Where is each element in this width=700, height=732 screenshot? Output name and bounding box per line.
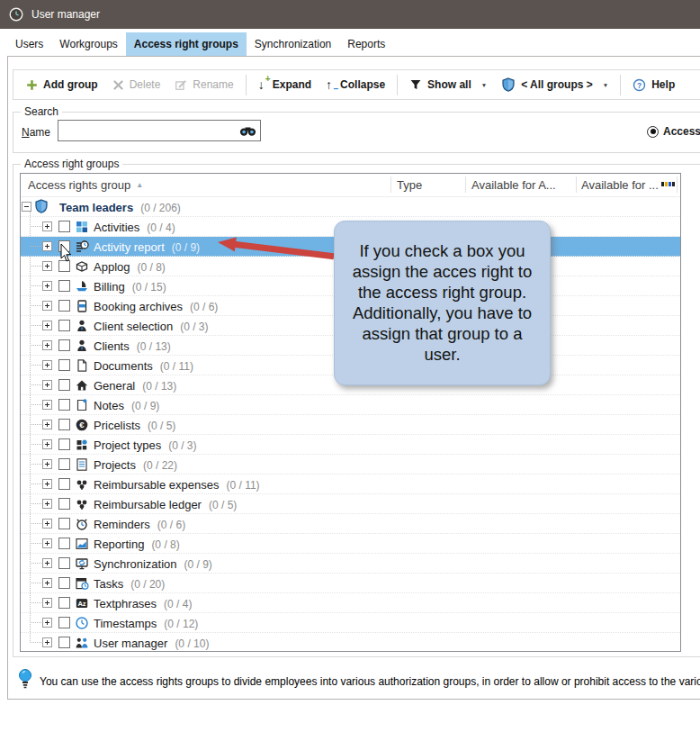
row-checkbox[interactable] <box>58 359 70 371</box>
expand-toggle-icon[interactable] <box>42 241 52 251</box>
tab-reports[interactable]: Reports <box>339 32 393 56</box>
row-checkbox[interactable] <box>58 221 70 232</box>
row-checkbox[interactable] <box>58 577 70 589</box>
help-button[interactable]: Help <box>625 75 682 95</box>
tab-synchronization[interactable]: Synchronization <box>247 32 339 56</box>
column-header-access-rights-group[interactable]: Access rights group▲ <box>28 174 143 196</box>
tree-row-notes[interactable]: Notes(0 / 9) <box>21 395 680 415</box>
collapse-button[interactable]: ↑– Collapse <box>319 75 392 95</box>
row-checkbox[interactable] <box>58 538 70 549</box>
tree-guide-stub <box>30 563 41 564</box>
column-separator[interactable] <box>390 176 391 193</box>
expand-toggle-icon[interactable] <box>42 598 52 608</box>
tree-row-count: (0 / 20) <box>130 578 165 591</box>
tree-row-label: Billing <box>94 280 125 294</box>
row-checkbox[interactable] <box>58 339 70 351</box>
group-filter-dropdown[interactable]: < All groups > ▼ <box>494 74 615 95</box>
tree-row-timestamps[interactable]: Timestamps(0 / 12) <box>21 613 680 633</box>
expand-button[interactable]: ↓+ Expand <box>251 75 319 95</box>
expand-toggle-icon[interactable] <box>42 479 52 489</box>
tree-row-label: Projects <box>94 458 136 472</box>
tree-row-user-manager[interactable]: User manager(0 / 10) <box>21 633 680 652</box>
tree-row-synchronization[interactable]: Synchronization(0 / 9) <box>21 554 680 574</box>
expand-toggle-icon[interactable] <box>42 519 52 529</box>
expand-toggle-icon[interactable] <box>42 261 52 271</box>
tab-access-right-groups[interactable]: Access right groups <box>126 32 247 56</box>
tree-row-reimbursable-expenses[interactable]: Reimbursable expenses(0 / 11) <box>21 474 680 494</box>
expand-toggle-icon[interactable] <box>42 618 52 628</box>
column-separator[interactable] <box>576 176 577 193</box>
tree-row-reimbursable-ledger[interactable]: Reimbursable ledger(0 / 5) <box>21 494 680 514</box>
tree-row-team-leaders[interactable]: Team leaders(0 / 206) <box>21 197 680 217</box>
expand-toggle-icon[interactable] <box>42 360 52 370</box>
search-name-input[interactable] <box>58 120 261 141</box>
tree-row-tasks[interactable]: Tasks(0 / 20) <box>21 574 680 593</box>
tab-workgroups[interactable]: Workgroups <box>51 32 125 56</box>
alarm-icon <box>75 517 89 531</box>
expand-toggle-icon[interactable] <box>42 301 52 311</box>
billing-icon <box>75 279 89 294</box>
tree-guide-stub <box>30 523 41 524</box>
collapse-toggle-icon[interactable] <box>22 202 31 212</box>
rename-button[interactable]: Rename <box>167 75 240 95</box>
expand-toggle-icon[interactable] <box>42 499 52 509</box>
dropdown-caret-icon[interactable]: ▼ <box>481 82 487 88</box>
row-checkbox[interactable] <box>58 637 70 648</box>
delete-button[interactable]: Delete <box>105 75 168 95</box>
row-checkbox[interactable] <box>58 300 70 312</box>
row-checkbox[interactable] <box>58 518 70 529</box>
expand-toggle-icon[interactable] <box>42 637 52 647</box>
column-separator[interactable] <box>465 176 466 193</box>
column-header-type[interactable]: Type <box>397 174 422 196</box>
column-header-available-for-a[interactable]: Available for A... <box>471 174 556 196</box>
tree-guide-stub <box>30 583 41 583</box>
row-checkbox[interactable] <box>58 419 70 430</box>
expand-toggle-icon[interactable] <box>42 420 52 429</box>
expand-toggle-icon[interactable] <box>42 538 52 548</box>
person-icon <box>75 339 89 353</box>
dropdown-caret-icon[interactable]: ▼ <box>603 82 608 88</box>
tree-row-project-types[interactable]: Project types(0 / 3) <box>21 435 680 455</box>
expand-toggle-icon[interactable] <box>42 340 52 350</box>
tree-row-textphrases[interactable]: Textphrases(0 / 4) <box>21 593 680 613</box>
expand-toggle-icon[interactable] <box>42 380 52 390</box>
expand-toggle-icon[interactable] <box>42 281 52 291</box>
expand-toggle-icon[interactable] <box>42 558 52 568</box>
row-checkbox[interactable] <box>58 458 70 470</box>
book-icon <box>75 299 89 313</box>
row-checkbox[interactable] <box>58 280 70 292</box>
row-checkbox[interactable] <box>58 557 70 569</box>
row-checkbox[interactable] <box>58 320 70 331</box>
binoculars-search-icon[interactable] <box>239 125 256 137</box>
tree-row-label: Applog <box>94 260 130 274</box>
add-group-button[interactable]: Add group <box>19 75 105 95</box>
row-checkbox[interactable] <box>58 617 70 628</box>
tree-row-projects[interactable]: Projects(0 / 22) <box>21 455 680 474</box>
expand-toggle-icon[interactable] <box>42 321 52 330</box>
row-checkbox[interactable] <box>58 478 70 490</box>
expand-toggle-icon[interactable] <box>42 221 52 231</box>
row-checkbox[interactable] <box>58 399 70 411</box>
radio-selected-icon[interactable] <box>647 126 659 138</box>
expand-toggle-icon[interactable] <box>42 459 52 469</box>
row-checkbox[interactable] <box>58 498 70 510</box>
expand-toggle-icon[interactable] <box>42 578 52 588</box>
row-checkbox[interactable] <box>58 438 70 450</box>
tree-row-reporting[interactable]: Reporting(0 / 8) <box>21 534 680 554</box>
show-all-button[interactable]: Show all ▼ <box>402 75 494 95</box>
expand-toggle-icon[interactable] <box>42 400 52 410</box>
tree-row-label: Tasks <box>94 577 123 591</box>
window-title: User manager <box>31 8 100 21</box>
name-label: Name <box>22 126 50 139</box>
column-header-available-for[interactable]: Available for ... <box>581 174 659 196</box>
tab-users[interactable]: Users <box>7 32 51 56</box>
column-separator[interactable] <box>677 176 678 193</box>
row-checkbox[interactable] <box>58 379 70 391</box>
tree-row-reminders[interactable]: Reminders(0 / 6) <box>21 514 680 534</box>
radio-label[interactable]: Access righ <box>663 125 700 138</box>
expand-icon: ↓+ <box>258 78 265 91</box>
tree-row-pricelists[interactable]: Pricelists(0 / 5) <box>21 415 680 435</box>
row-checkbox[interactable] <box>58 597 70 609</box>
expand-toggle-icon[interactable] <box>42 439 52 449</box>
tree-row-count: (0 / 11) <box>226 479 259 492</box>
